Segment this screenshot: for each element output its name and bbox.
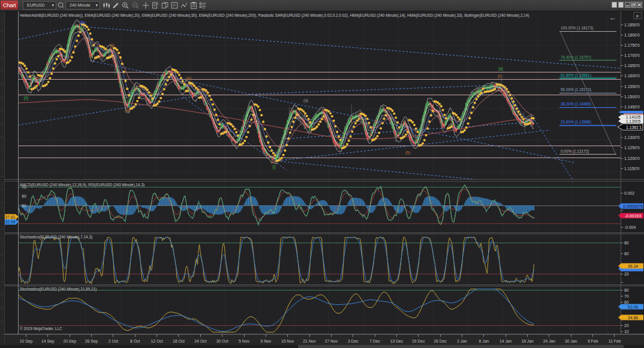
svg-text:80: 80 xyxy=(624,241,629,245)
svg-text:-0.004: -0.004 xyxy=(624,225,636,229)
svg-text:1.1600'0: 1.1600'0 xyxy=(624,74,640,78)
svg-text:(a): (a) xyxy=(303,98,308,103)
svg-text:21 Nov: 21 Nov xyxy=(303,339,316,343)
svg-text:0.002: 0.002 xyxy=(624,191,634,195)
svg-text:76.40% (1.16757): 76.40% (1.16757) xyxy=(561,55,591,60)
svg-text:24 Oct: 24 Oct xyxy=(194,339,206,343)
svg-text:1.1250'0: 1.1250'0 xyxy=(624,146,640,150)
svg-text:12 Oct: 12 Oct xyxy=(151,339,163,343)
svg-text:8 Jan: 8 Jan xyxy=(479,339,489,343)
svg-text:1.1700'0: 1.1700'0 xyxy=(624,53,640,58)
svg-text:1.13905: 1.13905 xyxy=(626,119,641,123)
svg-text:32.99: 32.99 xyxy=(5,220,16,224)
svg-text:(ii): (ii) xyxy=(110,43,114,48)
svg-text:15 Nov: 15 Nov xyxy=(281,339,294,343)
svg-text:9 Nov: 9 Nov xyxy=(261,339,272,343)
svg-text:26 Sep: 26 Sep xyxy=(85,339,98,344)
svg-text:38.20% (1.14465): 38.20% (1.14465) xyxy=(561,102,591,107)
svg-text:37.61: 37.61 xyxy=(5,215,16,219)
svg-text:23.60% (1.13588): 23.60% (1.13588) xyxy=(561,120,591,125)
svg-text:8 Oct: 8 Oct xyxy=(130,339,140,343)
svg-text:27 Nov: 27 Nov xyxy=(325,339,338,343)
svg-text:Stochastics(EURUSD (240 Minute: Stochastics(EURUSD (240 Minute),7,14,3) xyxy=(20,235,92,240)
svg-text:14 Jan: 14 Jan xyxy=(499,339,512,343)
svg-text:24 Jan: 24 Jan xyxy=(543,339,556,343)
svg-text:36.34: 36.34 xyxy=(628,264,639,268)
svg-text:1.1850'0: 1.1850'0 xyxy=(624,23,640,27)
svg-text:18 Jan: 18 Jan xyxy=(521,339,534,343)
svg-text:20: 20 xyxy=(624,323,629,328)
svg-text:HeikenAshi8(EURUSD (240 Minute: HeikenAshi8(EURUSD (240 Minute)), EMA(EU… xyxy=(20,13,529,18)
svg-text:[i]: [i] xyxy=(272,165,275,170)
svg-text:0.00% (1.12172): 0.00% (1.12172) xyxy=(561,149,589,154)
svg-text:19 Dec: 19 Dec xyxy=(412,339,425,343)
svg-text:1.1800'0: 1.1800'0 xyxy=(624,33,640,37)
svg-text:1.1500'0: 1.1500'0 xyxy=(624,95,640,99)
svg-text:0.0000376: 0.0000376 xyxy=(623,204,643,208)
svg-text:20: 20 xyxy=(624,272,629,276)
svg-text:34.86: 34.86 xyxy=(628,316,639,320)
svg-text:50: 50 xyxy=(22,204,26,208)
svg-text:10 Sep: 10 Sep xyxy=(20,339,33,344)
svg-text:18 Oct: 18 Oct xyxy=(173,339,185,343)
svg-text:←: ← xyxy=(609,13,617,22)
svg-text:3 Dec: 3 Dec xyxy=(348,339,359,343)
svg-text:52.06: 52.06 xyxy=(628,305,639,309)
svg-text:30 Oct: 30 Oct xyxy=(216,339,228,343)
svg-text:14 Sep: 14 Sep xyxy=(41,339,55,344)
svg-text:30 Jan: 30 Jan xyxy=(565,339,577,343)
svg-text:1.1150'0: 1.1150'0 xyxy=(624,167,640,171)
svg-text:[a]: [a] xyxy=(498,66,502,71)
svg-text:10: 10 xyxy=(624,329,629,334)
svg-text:1.1550'0: 1.1550'0 xyxy=(624,84,640,89)
svg-text:1.1300'0: 1.1300'0 xyxy=(624,135,640,140)
svg-text:Stochastics(EURUSD (240 Minute: Stochastics(EURUSD (240 Minute),21,89,21… xyxy=(20,287,97,292)
svg-text:F: F xyxy=(636,14,639,19)
svg-text:60: 60 xyxy=(624,252,629,256)
svg-text:1.1450'0: 1.1450'0 xyxy=(624,105,640,109)
svg-text:(c): (c) xyxy=(498,74,502,78)
svg-text:-0.00193: -0.00193 xyxy=(625,214,642,218)
svg-text:(b): (b) xyxy=(80,20,85,25)
svg-text:2 Jan: 2 Jan xyxy=(457,339,467,343)
svg-text:(b): (b) xyxy=(405,150,410,155)
svg-text:(i): (i) xyxy=(89,53,92,58)
svg-text:© 2019 NinjaTrader, LLC: © 2019 NinjaTrader, LLC xyxy=(20,326,62,331)
svg-text:(iii): (iii) xyxy=(125,108,131,113)
svg-text:61.80% (1.15881): 61.80% (1.15881) xyxy=(561,73,591,78)
svg-text:1.1200'0: 1.1200'0 xyxy=(624,156,640,161)
svg-text:100.00% (1.18173): 100.00% (1.18173) xyxy=(561,26,593,31)
svg-text:60: 60 xyxy=(624,300,629,304)
svg-text:(iv): (iv) xyxy=(186,76,191,81)
svg-text:70: 70 xyxy=(22,185,26,189)
svg-text:5 Feb: 5 Feb xyxy=(588,339,598,343)
svg-text:[c]: [c] xyxy=(80,27,84,32)
svg-text:26 Dec: 26 Dec xyxy=(434,339,447,343)
svg-text:[0]: [0] xyxy=(24,96,28,101)
svg-text:11 Feb: 11 Feb xyxy=(609,339,621,343)
svg-text:60: 60 xyxy=(22,194,26,198)
svg-text:2 Oct: 2 Oct xyxy=(109,339,118,343)
svg-text:70: 70 xyxy=(624,294,629,298)
svg-text:(v): (v) xyxy=(271,159,276,164)
svg-text:1.1750'0: 1.1750'0 xyxy=(624,43,640,47)
svg-text:MACD(EURUSD (240 Minute),12,26: MACD(EURUSD (240 Minute),12,26,9), RSI(E… xyxy=(20,183,145,187)
svg-text:5 Nov: 5 Nov xyxy=(239,339,249,343)
svg-text:7 Dec: 7 Dec xyxy=(369,339,380,343)
svg-text:1.1361'1: 1.1361'1 xyxy=(626,125,642,129)
svg-text:20 Sep: 20 Sep xyxy=(63,339,76,344)
svg-text:1.1650'0: 1.1650'0 xyxy=(624,63,640,68)
svg-text:13 Dec: 13 Dec xyxy=(390,339,404,343)
svg-text:80: 80 xyxy=(624,288,629,292)
